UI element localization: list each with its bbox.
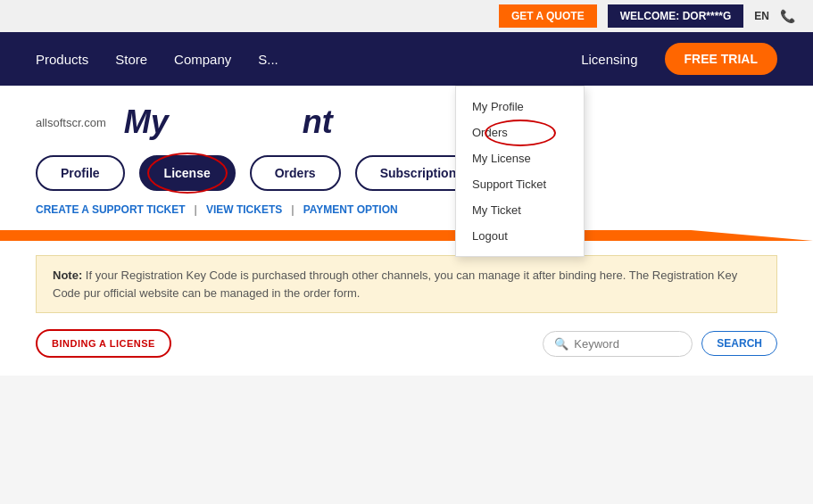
welcome-button[interactable]: WELCOME: DOR****G bbox=[608, 4, 744, 28]
payment-option-link[interactable]: PAYMENT OPTION bbox=[303, 203, 398, 216]
tab-orders[interactable]: Orders bbox=[250, 155, 341, 191]
tab-profile[interactable]: Profile bbox=[36, 155, 125, 191]
search-input[interactable] bbox=[574, 337, 681, 351]
dropdown-my-profile[interactable]: My Profile bbox=[456, 94, 584, 120]
tab-row: Profile License Orders Subscription Mana… bbox=[36, 155, 777, 191]
dropdown-menu: My Profile Orders My License Support Tic… bbox=[455, 86, 585, 257]
binding-license-button[interactable]: BINDING A LICENSE bbox=[36, 329, 171, 358]
view-tickets-link[interactable]: VIEW TICKETS bbox=[206, 203, 282, 216]
note-text: If your Registration Key Code is purchas… bbox=[53, 269, 737, 300]
nav-bar: Products Store Company S... Licensing FR… bbox=[0, 32, 813, 86]
search-button[interactable]: SEARCH bbox=[701, 331, 777, 356]
get-quote-button[interactable]: GET A QUOTE bbox=[499, 4, 597, 28]
nav-support[interactable]: S... bbox=[258, 52, 278, 67]
page-content: allsoftscr.com My nt Profile License Ord… bbox=[0, 86, 813, 376]
sep1: | bbox=[195, 203, 197, 216]
search-icon: 🔍 bbox=[554, 337, 568, 351]
nav-licensing[interactable]: Licensing bbox=[581, 52, 637, 67]
bottom-row: BINDING A LICENSE 🔍 SEARCH bbox=[36, 329, 777, 358]
search-input-wrap: 🔍 bbox=[543, 331, 693, 357]
dropdown-logout[interactable]: Logout bbox=[456, 223, 584, 249]
tab-license[interactable]: License bbox=[139, 155, 236, 191]
free-trial-button[interactable]: FREE TRIAL bbox=[665, 43, 777, 75]
create-support-ticket-link[interactable]: CREATE A SUPPORT TICKET bbox=[36, 203, 186, 216]
note-prefix: Note: bbox=[53, 269, 82, 282]
nav-store[interactable]: Store bbox=[115, 52, 147, 67]
phone-icon[interactable]: 📞 bbox=[780, 9, 795, 23]
note-box: Note: If your Registration Key Code is p… bbox=[36, 255, 777, 313]
support-links: CREATE A SUPPORT TICKET | VIEW TICKETS |… bbox=[36, 203, 777, 216]
dropdown-my-license[interactable]: My License bbox=[456, 145, 584, 171]
dropdown-orders[interactable]: Orders bbox=[456, 120, 584, 145]
nav-company[interactable]: Company bbox=[174, 52, 231, 67]
site-label: allsoftscr.com bbox=[36, 116, 106, 129]
breadcrumb-area: allsoftscr.com My nt bbox=[36, 103, 777, 141]
language-selector[interactable]: EN bbox=[754, 10, 769, 22]
dropdown-my-ticket[interactable]: My Ticket bbox=[456, 197, 584, 223]
page-title: My nt bbox=[124, 103, 333, 141]
nav-products[interactable]: Products bbox=[36, 52, 88, 67]
sep2: | bbox=[291, 203, 294, 216]
search-area: 🔍 SEARCH bbox=[543, 331, 777, 357]
dropdown-support-ticket[interactable]: Support Ticket bbox=[456, 171, 584, 197]
orange-strip bbox=[0, 230, 813, 241]
top-bar: GET A QUOTE WELCOME: DOR****G EN 📞 bbox=[0, 0, 813, 32]
